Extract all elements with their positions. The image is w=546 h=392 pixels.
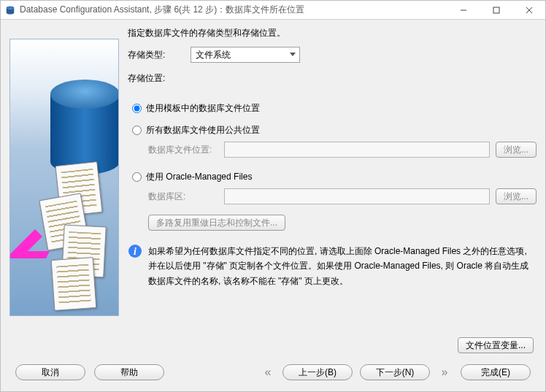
db-area-label: 数据库区: (148, 191, 218, 203)
info-panel: i 如果希望为任何数据库文件指定不同的位置, 请选取上面除 Oracle-Man… (128, 244, 537, 288)
radio-common-label: 所有数据库文件使用公共位置 (146, 124, 260, 137)
info-text: 如果希望为任何数据库文件指定不同的位置, 请选取上面除 Oracle-Manag… (148, 244, 537, 288)
app-window: Database Configuration Assistant, 步骤 6(共… (0, 0, 546, 392)
nav-next-arrow-icon: » (437, 365, 452, 380)
info-icon: i (128, 244, 142, 258)
storage-type-select[interactable]: 文件系统 (191, 47, 300, 63)
window-title: Database Configuration Assistant, 步骤 6(共… (20, 4, 447, 16)
radio-common-location[interactable]: 所有数据库文件使用公共位置 (132, 121, 537, 139)
db-file-loc-label: 数据库文件位置: (148, 144, 218, 156)
storage-type-label: 存储类型: (128, 49, 191, 61)
radio-template-location[interactable]: 使用模板中的数据库文件位置 (132, 99, 537, 117)
storage-location-label: 存储位置: (128, 72, 191, 85)
browse-db-file-button: 浏览... (496, 142, 537, 158)
svg-text:i: i (134, 246, 136, 257)
instruction-text: 指定数据库文件的存储类型和存储位置。 (128, 27, 537, 39)
content-area: 指定数据库文件的存储类型和存储位置。 存储类型: 文件系统 存储位置: 使用模板… (1, 20, 545, 391)
svg-point-0 (7, 6, 15, 9)
back-button[interactable]: 上一步(B) (282, 364, 353, 380)
close-button[interactable] (512, 1, 545, 19)
db-file-loc-input (224, 142, 490, 158)
cancel-button[interactable]: 取消 (15, 364, 85, 380)
svg-marker-5 (9, 229, 50, 258)
finish-button[interactable]: 完成(E) (461, 364, 531, 380)
minimize-button[interactable] (447, 1, 480, 19)
next-button[interactable]: 下一步(N) (360, 364, 430, 380)
titlebar: Database Configuration Assistant, 步骤 6(共… (1, 1, 545, 20)
radio-omf[interactable]: 使用 Oracle-Managed Files (132, 168, 537, 185)
chevron-down-icon (290, 53, 296, 56)
multiplex-button: 多路复用重做日志和控制文件... (148, 215, 285, 231)
help-button[interactable]: 帮助 (94, 364, 164, 380)
maximize-button[interactable] (480, 1, 512, 19)
radio-common-input[interactable] (132, 126, 142, 135)
footer: 取消 帮助 « 上一步(B) 下一步(N) » 完成(E) (9, 356, 537, 385)
wizard-image (9, 39, 119, 316)
svg-rect-2 (493, 7, 499, 13)
db-area-input (224, 188, 490, 204)
form-panel: 指定数据库文件的存储类型和存储位置。 存储类型: 文件系统 存储位置: 使用模板… (128, 27, 537, 330)
radio-omf-input[interactable] (132, 172, 142, 182)
app-icon (5, 5, 15, 15)
storage-type-value: 文件系统 (191, 47, 300, 63)
radio-template-label: 使用模板中的数据库文件位置 (146, 102, 260, 115)
file-location-vars-button[interactable]: 文件位置变量... (458, 337, 534, 353)
browse-db-area-button: 浏览... (496, 188, 537, 204)
radio-template-input[interactable] (132, 104, 142, 113)
radio-omf-label: 使用 Oracle-Managed Files (146, 171, 252, 183)
nav-back-arrow-icon: « (261, 365, 275, 380)
